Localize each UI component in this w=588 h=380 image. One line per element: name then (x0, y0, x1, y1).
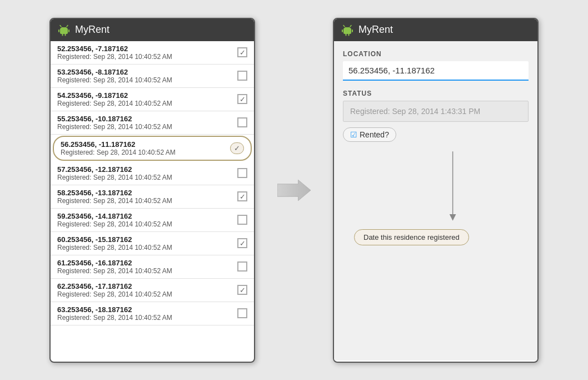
list-item[interactable]: 55.253456, -10.187162Registered: Sep 28,… (51, 111, 254, 135)
right-arrow-icon (277, 176, 311, 204)
status-section-label: STATUS (343, 90, 529, 97)
svg-rect-12 (352, 29, 353, 32)
list-item-checkbox[interactable] (237, 308, 247, 318)
rented-checkbox-icon: ☑ (350, 130, 357, 139)
list-item-coords: 55.253456, -10.187162 (57, 115, 237, 123)
annotation-area: Date this residence registered (343, 151, 529, 262)
list-item-checkbox[interactable] (237, 117, 247, 127)
list-item-coords: 56.253456, -11.187162 (61, 140, 230, 149)
list-item-coords: 57.253456, -12.187162 (57, 165, 237, 174)
list-container[interactable]: 52.253456, -7.187162Registered: Sep 28, … (51, 41, 254, 361)
list-item[interactable]: 57.253456, -12.187162Registered: Sep 28,… (51, 162, 254, 185)
svg-line-10 (350, 25, 351, 27)
list-item-date: Registered: Sep 28, 2014 10:40:52 AM (57, 53, 237, 61)
right-app-header: MyRent (334, 19, 537, 41)
list-item-checkbox[interactable]: ✓ (237, 191, 247, 201)
list-item[interactable]: 61.253456, -16.187162Registered: Sep 28,… (51, 255, 254, 279)
location-section-label: LOCATION (343, 50, 529, 58)
rented-label: Rented? (360, 130, 389, 139)
rented-badge[interactable]: ☑ Rented? (343, 127, 396, 142)
list-item[interactable]: 63.253456, -18.187162Registered: Sep 28,… (51, 302, 254, 325)
right-phone-frame: MyRent LOCATION 56.253456, -11.187162 ST… (333, 18, 539, 363)
list-item-checkbox[interactable]: ✓ (237, 238, 247, 248)
list-item-date: Registered: Sep 28, 2014 10:40:52 AM (57, 244, 237, 251)
list-item-checkbox[interactable]: ✓ (237, 94, 247, 104)
navigation-arrow (277, 176, 311, 204)
svg-rect-4 (58, 29, 59, 32)
location-field[interactable]: 56.253456, -11.187162 (343, 61, 529, 81)
svg-marker-6 (277, 180, 311, 201)
svg-rect-5 (68, 29, 69, 32)
list-item-coords: 58.253456, -13.187162 (57, 189, 237, 197)
svg-rect-11 (342, 29, 343, 32)
svg-line-3 (67, 25, 68, 27)
list-item-date: Registered: Sep 28, 2014 10:40:52 AM (57, 290, 237, 298)
list-item-checkbox[interactable]: ✓ (237, 285, 247, 295)
right-app-title: MyRent (358, 24, 393, 36)
list-item-coords: 59.253456, -14.187162 (57, 212, 237, 220)
list-item-date: Registered: Sep 28, 2014 10:40:52 AM (57, 100, 237, 107)
tooltip-bubble: Date this residence registered (354, 229, 469, 245)
list-item-coords: 53.253456, -8.187162 (57, 68, 237, 76)
list-item-coords: 61.253456, -16.187162 (57, 259, 237, 267)
svg-line-2 (60, 25, 61, 27)
list-item-checkbox[interactable] (237, 261, 247, 272)
android-robot-icon-2 (341, 23, 354, 37)
list-item-coords: 60.253456, -15.187162 (57, 235, 237, 244)
detail-container: LOCATION 56.253456, -11.187162 STATUS Re… (334, 41, 537, 361)
list-item-date: Registered: Sep 28, 2014 10:40:52 AM (57, 314, 237, 322)
list-item-checkbox[interactable] (237, 215, 247, 225)
left-app-title: MyRent (75, 24, 109, 36)
list-item[interactable]: 62.253456, -17.187162Registered: Sep 28,… (51, 279, 254, 302)
list-item[interactable]: 58.253456, -13.187162Registered: Sep 28,… (51, 185, 254, 209)
left-phone-frame: MyRent 52.253456, -7.187162Registered: S… (49, 18, 255, 363)
list-item[interactable]: 52.253456, -7.187162Registered: Sep 28, … (51, 41, 254, 65)
list-item-checkbox[interactable] (237, 71, 247, 81)
svg-line-9 (343, 25, 345, 27)
selected-checkbox[interactable]: ✓ (230, 142, 244, 154)
list-item[interactable]: 53.253456, -8.187162Registered: Sep 28, … (51, 65, 254, 88)
list-item-date: Registered: Sep 28, 2014 10:40:52 AM (61, 149, 230, 156)
right-panel-inner: LOCATION 56.253456, -11.187162 STATUS Re… (343, 50, 529, 262)
list-item-checkbox[interactable] (237, 168, 247, 178)
status-section: STATUS Registered: Sep 28, 2014 1:43:31 … (343, 90, 529, 142)
list-item-coords: 54.253456, -9.187162 (57, 91, 237, 100)
list-item-date: Registered: Sep 28, 2014 10:40:52 AM (57, 174, 237, 181)
selected-list-item[interactable]: 56.253456, -11.187162Registered: Sep 28,… (53, 136, 252, 161)
list-item[interactable]: 59.253456, -14.187162Registered: Sep 28,… (51, 209, 254, 232)
left-app-header: MyRent (51, 19, 254, 41)
list-item-coords: 52.253456, -7.187162 (57, 45, 237, 53)
android-robot-icon (57, 23, 71, 37)
list-item[interactable]: 60.253456, -15.187162Registered: Sep 28,… (51, 232, 254, 255)
list-item-date: Registered: Sep 28, 2014 10:40:52 AM (57, 123, 237, 131)
list-item-date: Registered: Sep 28, 2014 10:40:52 AM (57, 220, 237, 228)
list-item-checkbox[interactable]: ✓ (237, 47, 247, 57)
list-item-date: Registered: Sep 28, 2014 10:40:52 AM (57, 76, 237, 84)
list-item-date: Registered: Sep 28, 2014 10:40:52 AM (57, 267, 237, 275)
status-date-field: Registered: Sep 28, 2014 1:43:31 PM (343, 101, 529, 122)
list-item[interactable]: 54.253456, -9.187162Registered: Sep 28, … (51, 88, 254, 111)
list-item-coords: 62.253456, -17.187162 (57, 282, 237, 290)
tooltip-container: Date this residence registered (354, 196, 523, 245)
list-item-date: Registered: Sep 28, 2014 10:40:52 AM (57, 197, 237, 205)
list-item-coords: 63.253456, -18.187162 (57, 305, 237, 314)
